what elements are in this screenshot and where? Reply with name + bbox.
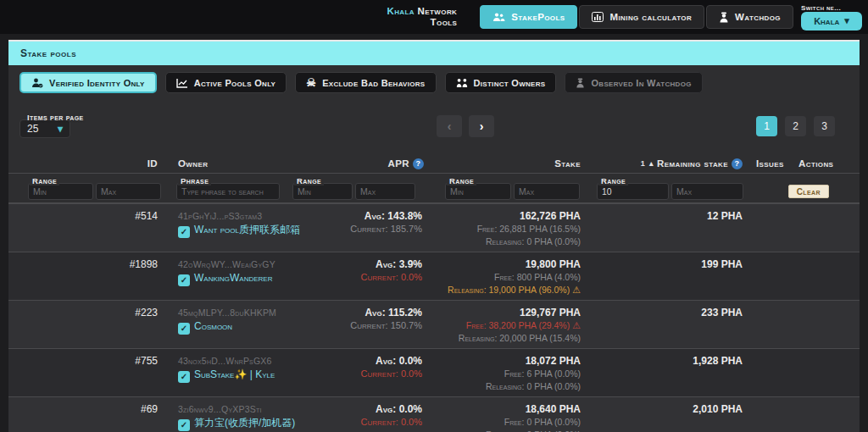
remaining-max-input[interactable] bbox=[671, 183, 743, 200]
owner-address[interactable]: 43nox5hD...WnrPsGX6 bbox=[178, 355, 335, 367]
stake-cell: 162,726 PHA Free: 26,881 PHA (16.5%) Rel… bbox=[424, 210, 585, 248]
stake-releasing: Releasing: 20,000 PHA (15.4%) bbox=[424, 332, 581, 345]
column-header-remaining-stake[interactable]: 1▴ Remaining stake ? bbox=[585, 158, 746, 169]
chip-verified-identity-only[interactable]: Verified Identity Only bbox=[19, 72, 157, 93]
column-header-apr[interactable]: APR ? bbox=[335, 158, 424, 169]
verified-check-icon: ✓ bbox=[178, 274, 190, 286]
table-row[interactable]: #755 43nox5hD...WnrPsGX6 ✓SubStake✨ | Ky… bbox=[8, 348, 860, 396]
stake-total: 18,072 PHA bbox=[424, 355, 581, 368]
owner-name[interactable]: Want pool质押联系邮箱 bbox=[194, 224, 300, 235]
column-header-actions[interactable]: Actions bbox=[797, 158, 860, 169]
apr-current: Current: 0.0% bbox=[335, 416, 422, 429]
apr-cell: Avg: 0.0% Current: 0.0% bbox=[335, 355, 424, 393]
actions-cell bbox=[797, 355, 860, 393]
apr-max-input[interactable] bbox=[355, 183, 415, 200]
stake-total: 19,800 PHA bbox=[424, 258, 581, 271]
id-max-input[interactable] bbox=[96, 183, 161, 200]
table-row[interactable]: #1898 42oWrqWY...WeaiGyGY ✓WankingWander… bbox=[8, 252, 860, 300]
owner-name[interactable]: SubStake✨ | Kyle bbox=[194, 368, 275, 380]
chip-distinct-owners[interactable]: Distinct Owners bbox=[445, 72, 557, 93]
pool-id: #223 bbox=[8, 307, 161, 345]
actions-cell bbox=[797, 307, 860, 345]
network-value: Khala bbox=[814, 16, 839, 26]
prev-page-button[interactable]: ‹ bbox=[437, 115, 462, 137]
verified-check-icon: ✓ bbox=[178, 323, 190, 335]
issues-cell bbox=[746, 355, 797, 393]
pool-owner-cell: 42oWrqWY...WeaiGyGY ✓WankingWanderer bbox=[161, 258, 335, 296]
table-row[interactable]: #69 3zi6nwv9...QyXP3Sti ✓算力宝(收质押/加机器) Av… bbox=[8, 396, 860, 432]
pool-owner-cell: 3zi6nwv9...QyXP3Sti ✓算力宝(收质押/加机器) bbox=[161, 403, 335, 432]
column-header-issues[interactable]: Issues bbox=[746, 158, 797, 169]
owner-name[interactable]: WankingWanderer bbox=[194, 272, 272, 284]
range-label: Range bbox=[30, 177, 59, 186]
table-row[interactable]: #514 41pGhYiJ...pS3gtam3 ✓Want pool质押联系邮… bbox=[8, 203, 860, 252]
guard-icon bbox=[576, 78, 585, 88]
stake-max-input[interactable] bbox=[514, 183, 580, 200]
owner-address[interactable]: 45mqMLPY...8duKHKPM bbox=[178, 307, 335, 318]
verified-check-icon: ✓ bbox=[178, 226, 190, 238]
stake-total: 129,767 PHA bbox=[424, 307, 581, 319]
owner-phrase-input[interactable] bbox=[176, 183, 280, 200]
column-header-owner[interactable]: Owner bbox=[161, 158, 335, 169]
apr-cell: Avg: 143.8% Current: 185.7% bbox=[335, 210, 424, 248]
owner-name[interactable]: 算力宝(收质押/加机器) bbox=[194, 417, 295, 429]
next-page-button[interactable]: › bbox=[469, 115, 494, 137]
owner-name[interactable]: Cosmoon bbox=[194, 320, 232, 332]
issues-cell bbox=[746, 403, 797, 432]
help-icon[interactable]: ? bbox=[732, 158, 743, 169]
column-header-label: APR bbox=[388, 158, 409, 169]
apr-min-input[interactable] bbox=[292, 183, 353, 200]
actions-cell bbox=[797, 403, 860, 432]
stake-min-input[interactable] bbox=[445, 183, 511, 200]
stake-free: Free: 38,200 PHA (29.4%) bbox=[466, 320, 570, 330]
id-min-input[interactable] bbox=[28, 183, 93, 200]
stake-free: Free: 6 PHA (0.0%) bbox=[424, 368, 581, 380]
stake-releasing: Releasing: 19,000 PHA (96.0%) bbox=[448, 285, 570, 295]
chip-active-pools-only[interactable]: Active Pools Only bbox=[165, 72, 287, 93]
brand-rest: Network bbox=[415, 6, 457, 16]
remaining-stake: 2,010 PHA bbox=[585, 403, 746, 432]
apr-avg: Avg: 0.0% bbox=[335, 403, 422, 416]
chip-exclude-bad-behaviors[interactable]: ☠ Exclude Bad Behaviors bbox=[295, 72, 436, 93]
pool-owner-cell: 43nox5hD...WnrPsGX6 ✓SubStake✨ | Kyle bbox=[161, 355, 335, 393]
chip-label: Exclude Bad Behaviors bbox=[322, 78, 425, 88]
owner-address[interactable]: 41pGhYiJ...pS3gtam3 bbox=[178, 210, 335, 222]
page-button-3[interactable]: 3 bbox=[814, 116, 835, 136]
page-button-1[interactable]: 1 bbox=[756, 116, 777, 136]
nav-watchdog-button[interactable]: Watchdog bbox=[706, 5, 793, 29]
stake-free: Free: 26,881 PHA (16.5%) bbox=[424, 223, 581, 235]
people-icon bbox=[492, 13, 505, 22]
owner-address[interactable]: 3zi6nwv9...QyXP3Sti bbox=[178, 403, 335, 415]
table-header-row: ID Owner APR ? Stake 1▴ Remaining stake … bbox=[8, 154, 860, 173]
list-controls: Items per page 25 ▾ ‹ › 1 2 3 bbox=[8, 115, 860, 144]
clear-filters-button[interactable]: Clear bbox=[788, 185, 829, 198]
column-header-id[interactable]: ID bbox=[8, 158, 161, 169]
page-button-2[interactable]: 2 bbox=[785, 116, 806, 136]
sort-asc-icon: ▴ bbox=[649, 159, 654, 168]
nav-mining-calculator-button[interactable]: Mining calculator bbox=[579, 5, 704, 29]
column-header-label: Remaining stake bbox=[657, 158, 728, 169]
table-filter-row: Range Phrase Range Range Range bbox=[8, 173, 860, 203]
range-label: Range bbox=[447, 177, 476, 186]
stake-releasing: Releasing: 0 PHA (0.0%) bbox=[424, 429, 581, 432]
owner-address[interactable]: 42oWrqWY...WeaiGyGY bbox=[178, 258, 335, 270]
help-icon[interactable]: ? bbox=[413, 158, 424, 169]
sort-order-badge: 1 bbox=[641, 159, 645, 168]
apr-current: Current: 0.0% bbox=[335, 271, 422, 284]
column-header-stake[interactable]: Stake bbox=[424, 158, 585, 169]
items-per-page-label: Items per page bbox=[27, 113, 84, 122]
stake-range-filter: Range bbox=[445, 183, 580, 202]
items-per-page: Items per page 25 ▾ bbox=[19, 110, 76, 138]
pool-id: #514 bbox=[8, 210, 161, 248]
network-select-button[interactable]: Khala ▾ bbox=[801, 12, 862, 30]
items-per-page-select[interactable]: 25 ▾ bbox=[19, 119, 70, 138]
pool-owner-cell: 45mqMLPY...8duKHKPM ✓Cosmoon bbox=[161, 307, 335, 345]
remaining-min-input[interactable] bbox=[597, 183, 669, 200]
stake-releasing: Releasing: 0 PHA (0.0%) bbox=[424, 380, 581, 393]
nav-stakepools-button[interactable]: StakePools bbox=[480, 5, 577, 29]
chip-observed-in-watchdog[interactable]: Observed In Watchdog bbox=[565, 72, 702, 93]
table-row[interactable]: #223 45mqMLPY...8duKHKPM ✓Cosmoon Avg: 1… bbox=[8, 300, 860, 348]
apr-avg: Avg: 115.2% bbox=[335, 307, 422, 319]
warning-icon: ⚠ bbox=[572, 320, 581, 330]
brand-accent: Khala bbox=[387, 6, 415, 16]
